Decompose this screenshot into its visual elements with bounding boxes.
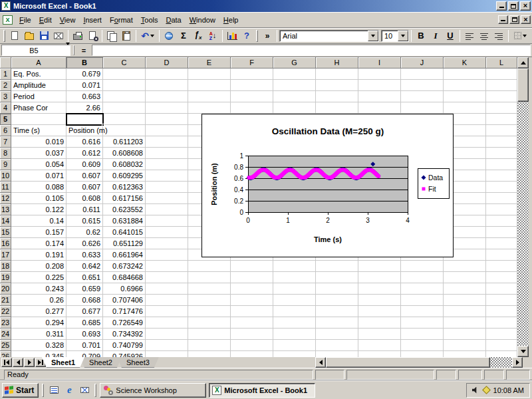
menu-edit[interactable]: Edit [35, 14, 56, 26]
cell-K25[interactable] [444, 340, 486, 351]
workbook-minimize-button[interactable] [498, 15, 508, 24]
cell-L26[interactable] [486, 351, 517, 357]
cell-C26[interactable]: 0.745926 [103, 351, 146, 357]
cell-C15[interactable]: 0.641015 [103, 227, 146, 238]
cell-B12[interactable]: 0.608 [66, 193, 103, 204]
column-header-H[interactable]: H [316, 57, 358, 68]
font-name-dropdown-icon[interactable] [368, 31, 378, 41]
cell-J25[interactable] [401, 340, 444, 351]
cell-C13[interactable]: 0.623552 [103, 204, 146, 215]
cell-F2[interactable] [231, 80, 273, 91]
cell-E26[interactable] [188, 351, 231, 357]
column-header-F[interactable]: F [231, 57, 273, 68]
quick-launch-grip[interactable] [42, 384, 44, 397]
cell-B11[interactable]: 0.607 [66, 182, 103, 193]
cell-D20[interactable] [146, 283, 188, 295]
cell-F1[interactable] [231, 68, 273, 80]
sheet-tab-sheet3[interactable]: Sheet3 [117, 357, 159, 368]
cell-G20[interactable] [273, 283, 316, 295]
task-button-excel[interactable]: XMicrosoft Excel - Book1 [209, 383, 315, 398]
cell-A21[interactable]: 0.26 [11, 295, 66, 306]
cell-B1[interactable]: 0.679 [66, 68, 103, 80]
scroll-down-button[interactable] [517, 346, 529, 357]
cell-G21[interactable] [273, 295, 316, 306]
cell-E20[interactable] [188, 283, 231, 295]
column-header-C[interactable]: C [103, 57, 146, 68]
cell-I18[interactable] [358, 261, 401, 272]
row-header-19[interactable]: 19 [0, 272, 11, 283]
row-header-23[interactable]: 23 [0, 317, 11, 329]
next-sheet-button[interactable] [24, 358, 35, 367]
cell-L15[interactable] [486, 227, 517, 238]
restore-button[interactable] [508, 1, 519, 11]
cell-E18[interactable] [188, 261, 231, 272]
cell-B19[interactable]: 0.651 [66, 272, 103, 283]
cell-B21[interactable]: 0.668 [66, 295, 103, 306]
task-button-science-workshop[interactable]: Science Workshop [100, 383, 206, 398]
cell-F21[interactable] [231, 295, 273, 306]
cell-K18[interactable] [444, 261, 486, 272]
cell-B18[interactable]: 0.642 [66, 261, 103, 272]
cell-A14[interactable]: 0.14 [11, 215, 66, 227]
sheet-tab-sheet1[interactable]: Sheet1 [42, 357, 84, 368]
row-header-3[interactable]: 3 [0, 91, 11, 102]
cell-C5[interactable] [103, 114, 146, 125]
cell-D16[interactable] [146, 238, 188, 249]
cell-L10[interactable] [486, 170, 517, 182]
cell-L3[interactable] [486, 91, 517, 102]
edit-formula-button[interactable]: = [77, 45, 90, 56]
cell-L16[interactable] [486, 238, 517, 249]
bold-button[interactable]: B [414, 29, 428, 43]
cell-H20[interactable] [316, 283, 358, 295]
cell-J4[interactable] [401, 102, 444, 114]
cell-L12[interactable] [486, 193, 517, 204]
sort-ascending-button[interactable]: AZ↓ [205, 29, 220, 43]
row-header-15[interactable]: 15 [0, 227, 11, 238]
cell-D1[interactable] [146, 68, 188, 80]
row-header-16[interactable]: 16 [0, 238, 11, 249]
cell-B9[interactable]: 0.609 [66, 159, 103, 170]
cell-J23[interactable] [401, 317, 444, 329]
cell-L18[interactable] [486, 261, 517, 272]
select-all-corner[interactable] [0, 57, 11, 68]
menu-tools[interactable]: Tools [137, 14, 162, 26]
formula-input[interactable] [92, 45, 531, 56]
scroll-right-button[interactable] [512, 357, 523, 368]
cell-G18[interactable] [273, 261, 316, 272]
row-header-24[interactable]: 24 [0, 329, 11, 340]
help-button[interactable]: ? [239, 29, 254, 43]
cell-L22[interactable] [486, 306, 517, 317]
cell-D22[interactable] [146, 306, 188, 317]
cell-D6[interactable] [146, 125, 188, 136]
insert-hyperlink-button[interactable] [162, 29, 176, 43]
cell-C22[interactable]: 0.717476 [103, 306, 146, 317]
start-button[interactable]: Start [2, 383, 39, 398]
cell-A26[interactable]: 0.345 [11, 351, 66, 357]
column-header-J[interactable]: J [401, 57, 444, 68]
cell-F3[interactable] [231, 91, 273, 102]
scroll-left-button[interactable] [315, 357, 326, 368]
undo-button[interactable]: ↶ [138, 29, 157, 43]
cell-C9[interactable]: 0.608032 [103, 159, 146, 170]
more-buttons-chevron[interactable]: » [260, 29, 275, 43]
cell-K20[interactable] [444, 283, 486, 295]
cell-C1[interactable] [103, 68, 146, 80]
cell-A12[interactable]: 0.105 [11, 193, 66, 204]
cell-L23[interactable] [486, 317, 517, 329]
cell-F23[interactable] [231, 317, 273, 329]
column-header-I[interactable]: I [358, 57, 401, 68]
volume-icon[interactable] [472, 387, 479, 394]
cell-L21[interactable] [486, 295, 517, 306]
cell-A18[interactable]: 0.208 [11, 261, 66, 272]
cell-L11[interactable] [486, 182, 517, 193]
row-header-1[interactable]: 1 [0, 68, 11, 80]
cell-K3[interactable] [444, 91, 486, 102]
column-header-D[interactable]: D [146, 57, 188, 68]
cell-I26[interactable] [358, 351, 401, 357]
cell-B20[interactable]: 0.659 [66, 283, 103, 295]
row-header-10[interactable]: 10 [0, 170, 11, 182]
excel-app-icon[interactable]: X [1, 1, 11, 11]
cell-K19[interactable] [444, 272, 486, 283]
name-box-dropdown-icon[interactable] [66, 45, 70, 55]
cell-C3[interactable] [103, 91, 146, 102]
